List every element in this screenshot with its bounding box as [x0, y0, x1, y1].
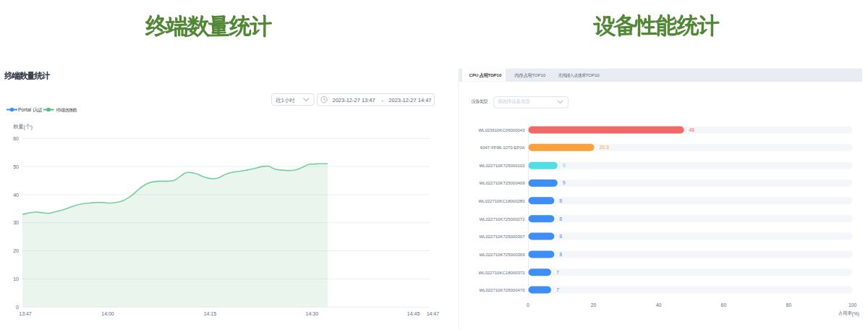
- svg-text:(: (: [24, 124, 26, 130]
- svg-text:48: 48: [689, 127, 695, 132]
- svg-text:WL022710K725000369: WL022710K725000369: [479, 253, 525, 257]
- svg-text:WL023610KC06000043: WL023610KC06000043: [478, 128, 525, 132]
- svg-text:2023-12-27 14:47: 2023-12-27 14:47: [388, 97, 431, 103]
- svg-text:WL022710K725000409: WL022710K725000409: [479, 181, 525, 185]
- svg-text:WL022710K725000307: WL022710K725000307: [479, 234, 525, 239]
- svg-text:60: 60: [721, 302, 727, 308]
- svg-text:WL022710KC18000372: WL022710KC18000372: [478, 271, 525, 275]
- svg-text:13:47: 13:47: [19, 311, 32, 316]
- svg-text:14:47: 14:47: [427, 311, 440, 316]
- svg-text:6047-FF96-1070-EF0A: 6047-FF96-1070-EF0A: [480, 145, 525, 150]
- svg-text:9: 9: [563, 180, 566, 185]
- svg-text:14:15: 14:15: [204, 311, 217, 316]
- svg-text:60: 60: [13, 136, 19, 141]
- svg-text:40: 40: [656, 302, 662, 308]
- svg-text:TOP10: TOP10: [488, 73, 502, 77]
- svg-text:14:00: 14:00: [101, 311, 114, 316]
- svg-text:WL022710KC18000280: WL022710KC18000280: [478, 199, 525, 203]
- svg-text:9: 9: [563, 163, 566, 168]
- svg-text:8: 8: [559, 198, 562, 203]
- svg-text:14:30: 14:30: [306, 311, 319, 316]
- svg-text:2023-12-27 13:47: 2023-12-27 13:47: [333, 97, 375, 103]
- svg-text:7: 7: [556, 270, 559, 275]
- svg-text:8: 8: [559, 216, 562, 221]
- svg-text:20: 20: [591, 302, 597, 308]
- svg-text:WL022710K725000470: WL022710K725000470: [479, 288, 525, 292]
- svg-text:40: 40: [13, 192, 19, 198]
- svg-text:0: 0: [527, 302, 529, 308]
- svg-text:8: 8: [559, 234, 562, 239]
- svg-text:TOP10: TOP10: [532, 73, 546, 77]
- svg-text:WL022710K725000272: WL022710K725000272: [479, 217, 525, 221]
- svg-text:): ): [31, 124, 33, 130]
- svg-text:(%): (%): [852, 311, 859, 317]
- svg-text:20: 20: [13, 248, 19, 253]
- svg-text:TOP10: TOP10: [586, 73, 600, 77]
- svg-text:Portal: Portal: [18, 107, 31, 112]
- svg-text:8: 8: [559, 252, 562, 257]
- svg-text:14:45: 14:45: [407, 311, 420, 316]
- svg-text:20.3: 20.3: [600, 145, 609, 150]
- svg-text:CPU: CPU: [469, 73, 479, 77]
- svg-text:100: 100: [848, 302, 857, 308]
- svg-text:30: 30: [13, 220, 19, 225]
- svg-text:1: 1: [281, 97, 284, 103]
- svg-text:0: 0: [16, 305, 19, 310]
- svg-text:7: 7: [556, 287, 559, 292]
- svg-text:WL022710K725000102: WL022710K725000102: [479, 164, 525, 168]
- svg-text:80: 80: [786, 302, 792, 308]
- svg-text:50: 50: [13, 164, 19, 169]
- svg-text:10: 10: [13, 276, 19, 282]
